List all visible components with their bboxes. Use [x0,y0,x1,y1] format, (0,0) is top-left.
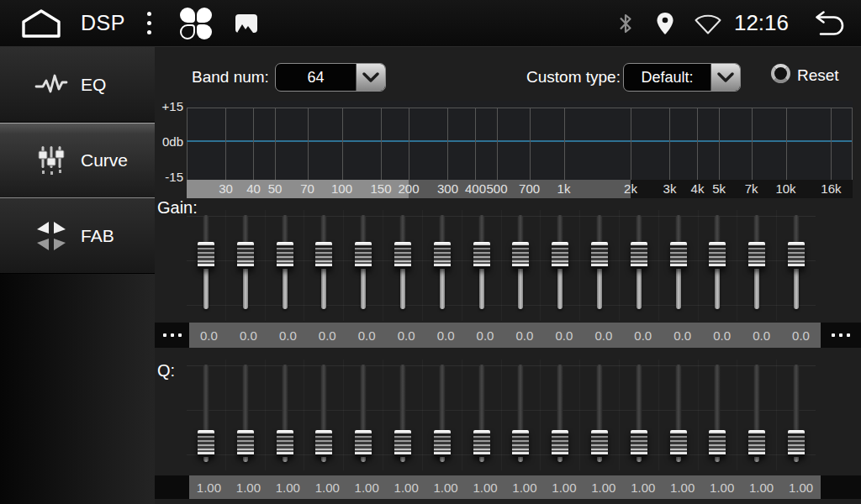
band-num-select[interactable]: 64 [275,63,386,92]
slider[interactable] [541,210,580,321]
gain-slider-thumb[interactable] [670,242,687,269]
slider-value: 1.00 [544,480,584,495]
apps-clover-icon[interactable] [180,7,214,40]
slider[interactable] [580,360,620,470]
slider[interactable] [266,210,305,321]
q-slider-thumb[interactable] [788,430,805,457]
slider-value: 0.0 [426,328,466,343]
slider[interactable] [304,360,344,470]
q-more-right[interactable] [821,475,861,499]
gallery-icon[interactable] [235,14,257,33]
slider[interactable] [737,360,777,470]
freq-tick-label: 10k [775,180,795,198]
freq-tick-label: 200 [398,180,419,198]
slider-value: 1.00 [466,480,505,495]
freq-gridline [669,108,670,180]
q-slider-thumb[interactable] [434,430,451,457]
gain-slider-thumb[interactable] [748,242,765,269]
freq-tick-label: 40 [246,180,261,198]
gain-more-left-icon[interactable] [155,323,189,348]
slider[interactable] [383,210,423,321]
slider[interactable] [462,210,502,321]
gain-slider-thumb[interactable] [788,242,805,269]
slider[interactable] [344,360,383,470]
sidebar-item-eq[interactable]: EQ [0,47,155,123]
slider[interactable] [266,360,305,470]
gain-slider-thumb[interactable] [631,242,647,269]
q-slider-thumb[interactable] [631,430,647,457]
gain-slider-thumb[interactable] [315,242,332,269]
q-slider-thumb[interactable] [591,430,608,457]
slider[interactable] [620,210,659,321]
slider[interactable] [659,360,699,470]
slider-value: 1.00 [702,480,742,495]
slider[interactable] [423,360,462,470]
slider[interactable] [423,210,462,321]
back-icon[interactable] [807,10,846,37]
home-icon[interactable] [20,8,62,39]
q-slider-thumb[interactable] [709,430,726,457]
custom-type-select[interactable]: Default: [623,63,741,92]
eq-waveform-icon [32,72,71,97]
q-slider-thumb[interactable] [198,430,214,457]
gain-slider-thumb[interactable] [198,242,214,269]
freq-strip: 304050701001502003004005007001k2k3k4k5k7… [187,180,853,198]
gain-slider-thumb[interactable] [709,242,726,269]
q-slider-thumb[interactable] [512,430,529,457]
gain-slider-thumb[interactable] [552,242,568,269]
q-slider-thumb[interactable] [473,430,490,457]
freq-tick-label: 300 [437,180,458,198]
gain-slider-thumb[interactable] [394,242,411,269]
q-slider-thumb[interactable] [237,430,254,457]
slider[interactable] [304,210,344,321]
gain-slider-thumb[interactable] [237,242,254,269]
slider[interactable] [187,360,226,470]
q-slider-thumb[interactable] [394,430,411,457]
sidebar-item-fab[interactable]: FAB [0,198,155,274]
q-slider-thumb[interactable] [277,430,293,457]
gain-more-right-icon[interactable] [821,323,861,348]
q-slider-thumb[interactable] [355,430,372,457]
reset-radio[interactable] [771,64,790,83]
slider-track-lower [321,264,326,309]
gain-slider-thumb[interactable] [277,242,293,269]
slider[interactable] [659,210,699,321]
slider[interactable] [699,210,738,321]
gain-slider-thumb[interactable] [355,242,372,269]
slider[interactable] [502,360,541,470]
freq-gridline [253,108,254,180]
eq-curve-line [187,140,853,142]
gain-slider-thumb[interactable] [512,242,529,269]
gain-slider-thumb[interactable] [473,242,490,269]
q-more-left[interactable] [155,475,189,499]
slider[interactable] [187,210,226,321]
slider[interactable] [699,360,738,470]
slider[interactable] [383,360,423,470]
q-slider-thumb[interactable] [552,430,568,457]
slider[interactable] [777,210,816,321]
q-slider-thumb[interactable] [670,430,687,457]
slider[interactable] [620,360,659,470]
slider[interactable] [737,210,777,321]
sidebar-item-curve[interactable]: Curve [0,123,155,198]
slider-value: 1.00 [268,480,308,495]
slider[interactable] [777,360,816,470]
freq-tick-label: 30 [219,180,233,198]
slider[interactable] [462,360,502,470]
chevron-down-icon [710,64,740,91]
freq-tick-label: 2k [624,180,637,198]
q-slider-thumb[interactable] [748,430,765,457]
slider[interactable] [502,210,541,321]
slider[interactable] [226,360,266,470]
q-slider-thumb[interactable] [315,430,332,457]
slider[interactable] [580,210,620,321]
slider[interactable] [541,360,580,470]
slider-value: 1.00 [742,480,781,495]
slider[interactable] [344,210,383,321]
gain-slider-thumb[interactable] [434,242,451,269]
slider[interactable] [226,210,266,321]
gain-slider-thumb[interactable] [591,242,608,269]
dsp-app-window: DSP [0,0,861,504]
freq-tick-label: 50 [268,180,283,198]
menu-kebab-icon[interactable] [147,12,151,34]
